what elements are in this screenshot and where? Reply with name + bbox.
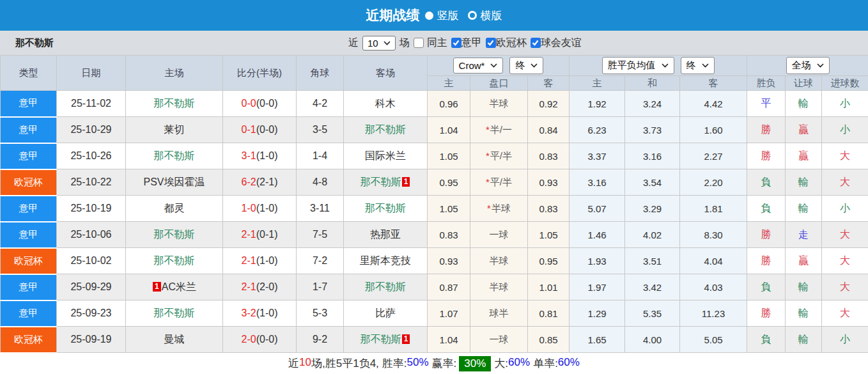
red-card-badge: 1 xyxy=(153,282,161,292)
handicap-odds-away: 0.92 xyxy=(528,91,570,117)
league-ucl-label: 欧冠杯 xyxy=(496,36,527,50)
avg-odds-home: 1.46 xyxy=(570,222,625,248)
corners: 5-3 xyxy=(297,300,344,327)
team-label: 曼城 xyxy=(164,334,185,345)
avg-odds-home: 1.65 xyxy=(570,327,625,353)
horizontal-layout-label[interactable]: 横版 xyxy=(481,8,502,23)
team-label: 国际米兰 xyxy=(365,150,406,161)
big-rate-value: 60% xyxy=(508,356,530,371)
summary-near: 近 xyxy=(288,356,299,371)
result-goals: 大 xyxy=(822,300,868,327)
league-badge: 意甲 xyxy=(1,117,57,143)
avg-odds-home: 1.92 xyxy=(570,91,625,117)
result-wdl: 勝 xyxy=(747,117,786,143)
near-label: 近 xyxy=(348,36,359,50)
handicap-odds-away: 0.81 xyxy=(528,300,570,327)
red-card-badge: 1 xyxy=(402,177,410,187)
check-icon xyxy=(453,40,460,46)
result-handicap: 走 xyxy=(786,222,822,248)
result-goals: 小 xyxy=(822,327,868,353)
table-row: 意甲25-10-26那不勒斯3-1(1-0)1-4国际米兰1.05*平/半0.8… xyxy=(1,143,868,169)
team-label: 那不勒斯 xyxy=(360,176,401,187)
table-row: 欧冠杯25-10-02那不勒斯2-1(1-0)7-2里斯本竞技0.93半球0.9… xyxy=(1,248,868,274)
team-label: PSV埃因霍温 xyxy=(143,176,205,187)
table-row: 意甲25-10-06那不勒斯2-1(0-1)7-5热那亚0.83一球1.051.… xyxy=(1,222,868,248)
handicap-odds-away: 0.85 xyxy=(528,327,570,353)
match-date: 25-10-06 xyxy=(57,222,126,248)
chevron-down-icon xyxy=(662,63,669,68)
avg-odds-select[interactable]: 胜平负均值 xyxy=(602,57,674,74)
team-label: 那不勒斯 xyxy=(360,334,401,345)
handicap-line: *半球 xyxy=(470,196,528,222)
handicap-odds-home: 0.93 xyxy=(428,248,470,274)
team-name: 那不勒斯 xyxy=(15,37,54,49)
table-row: 意甲25-09-291AC米兰2-1(2-0)1-7那不勒斯0.87半球1.01… xyxy=(1,274,868,300)
odds-company-select[interactable]: Crow* xyxy=(453,58,504,74)
horizontal-layout-radio[interactable] xyxy=(468,11,477,20)
games-label: 场 xyxy=(399,36,410,50)
big-rate-label: 大: xyxy=(494,356,508,371)
odds-time-select[interactable]: 终 xyxy=(509,57,543,74)
match-count-select[interactable]: 10 xyxy=(362,36,396,51)
away-team: 热那亚 xyxy=(344,222,428,248)
team-label: 那不勒斯 xyxy=(154,255,195,266)
vertical-layout-radio[interactable] xyxy=(425,12,433,20)
score-halftime: 0-1(0-0) xyxy=(223,117,297,143)
result-handicap: 輸 xyxy=(786,169,822,196)
vertical-layout-label[interactable]: 竖版 xyxy=(437,8,459,23)
league-friendly-checkbox[interactable] xyxy=(531,38,541,48)
results-table: 类型 日期 主场 比分(半场) 角球 客场 Crow* 终 xyxy=(0,55,868,354)
league-friendly-label: 球会友谊 xyxy=(541,36,582,50)
same-home-label: 同主 xyxy=(427,36,447,50)
handicap-odds-away: 0.95 xyxy=(528,248,570,274)
recent-results-panel: 近期战绩 竖版 横版 那不勒斯 近 10 场 同主 意甲 xyxy=(0,0,868,374)
home-team: 都灵 xyxy=(126,196,223,222)
league-badge: 意甲 xyxy=(1,300,57,327)
avg-time-select[interactable]: 终 xyxy=(681,57,715,74)
home-team: 莱切 xyxy=(126,117,223,143)
handicap-odds-away: 0.83 xyxy=(528,143,570,169)
table-row: 意甲25-09-23那不勒斯3-2(1-0)5-3比萨1.07球半0.811.2… xyxy=(1,300,868,327)
avg-odds-draw: 3.51 xyxy=(625,248,680,274)
result-goals: 大 xyxy=(822,274,868,300)
league-ucl-checkbox[interactable] xyxy=(486,38,496,48)
chevron-down-icon xyxy=(490,63,497,68)
handicap-odds-home: 0.96 xyxy=(428,91,470,117)
win-rate-label: 胜率: xyxy=(382,356,407,371)
league-seriea-checkbox[interactable] xyxy=(451,38,461,48)
handicap-odds-away: 1.05 xyxy=(528,222,570,248)
subheader-avg-away: 客 xyxy=(680,76,747,91)
result-wdl: 勝 xyxy=(747,300,786,327)
corners: 4-2 xyxy=(297,91,344,117)
check-icon xyxy=(487,40,494,46)
match-date: 25-10-26 xyxy=(57,143,126,169)
result-handicap: 贏 xyxy=(786,117,822,143)
avg-odds-away: 4.04 xyxy=(680,248,747,274)
avg-odds-draw: 3.24 xyxy=(625,91,680,117)
league-badge: 意甲 xyxy=(1,143,57,169)
handicap-odds-home: 1.05 xyxy=(428,143,470,169)
same-home-checkbox[interactable] xyxy=(414,38,424,48)
match-date: 25-09-19 xyxy=(57,327,126,353)
score-halftime: 0-0(0-0) xyxy=(223,91,297,117)
page-title: 近期战绩 xyxy=(366,6,420,24)
col-header-date: 日期 xyxy=(57,56,126,91)
scope-select[interactable]: 全场 xyxy=(786,57,830,74)
result-wdl: 負 xyxy=(747,196,786,222)
avg-odds-away: 1.81 xyxy=(680,196,747,222)
team-label: 热那亚 xyxy=(370,229,401,240)
handicap-line: 一球 xyxy=(470,222,528,248)
col-header-type: 类型 xyxy=(1,56,57,91)
handicap-odds-home: 1.04 xyxy=(428,117,470,143)
avg-odds-away: 5.05 xyxy=(680,327,747,353)
avg-odds-draw: 3.16 xyxy=(625,143,680,169)
league-badge: 欧冠杯 xyxy=(1,169,57,196)
home-team: PSV埃因霍温 xyxy=(126,169,223,196)
summary-footer: 近10场,胜5平1负4, 胜率:50% 赢率:30% 大:60% 单率:60% xyxy=(0,354,868,374)
corners: 1-7 xyxy=(297,274,344,300)
team-label: 那不勒斯 xyxy=(154,229,195,240)
result-handicap: 輸 xyxy=(786,274,822,300)
corners: 3-5 xyxy=(297,117,344,143)
chevron-down-icon xyxy=(531,63,538,68)
score-halftime: 2-1(2-0) xyxy=(223,274,297,300)
